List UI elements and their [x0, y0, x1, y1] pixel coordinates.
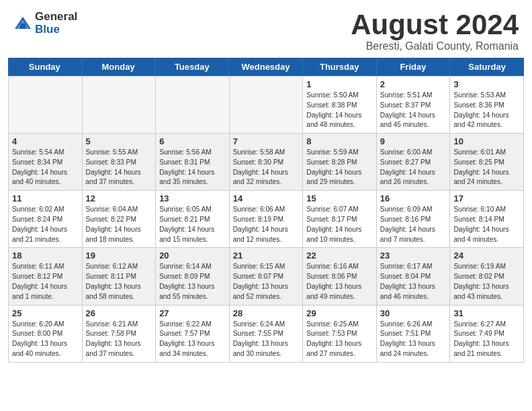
calendar-cell: 5Sunrise: 5:55 AM Sunset: 8:33 PM Daylig…	[83, 134, 157, 191]
day-number: 20	[159, 250, 226, 261]
cell-info: Sunrise: 6:05 AM Sunset: 8:21 PM Dayligh…	[159, 205, 226, 244]
day-number: 24	[453, 250, 520, 261]
day-number: 26	[86, 308, 152, 318]
calendar-cell: 18Sunrise: 6:11 AM Sunset: 8:12 PM Dayli…	[9, 248, 83, 305]
day-header: Saturday	[450, 58, 524, 76]
logo-icon	[13, 14, 32, 33]
cell-info: Sunrise: 6:22 AM Sunset: 7:57 PM Dayligh…	[159, 320, 226, 359]
cell-info: Sunrise: 6:27 AM Sunset: 7:49 PM Dayligh…	[453, 320, 520, 359]
calendar-cell: 17Sunrise: 6:10 AM Sunset: 8:14 PM Dayli…	[450, 191, 524, 248]
cell-info: Sunrise: 5:55 AM Sunset: 8:33 PM Dayligh…	[86, 148, 152, 187]
day-number: 6	[159, 136, 226, 146]
calendar-cell: 29Sunrise: 6:25 AM Sunset: 7:53 PM Dayli…	[303, 306, 377, 363]
day-number: 31	[453, 308, 520, 318]
calendar-cell: 28Sunrise: 6:24 AM Sunset: 7:55 PM Dayli…	[230, 306, 304, 363]
day-number: 29	[306, 308, 373, 318]
cell-info: Sunrise: 6:07 AM Sunset: 8:17 PM Dayligh…	[306, 205, 373, 244]
calendar-cell: 19Sunrise: 6:12 AM Sunset: 8:11 PM Dayli…	[83, 248, 157, 305]
calendar-cell: 7Sunrise: 5:58 AM Sunset: 8:30 PM Daylig…	[230, 134, 304, 191]
calendar-cell: 3Sunrise: 5:53 AM Sunset: 8:36 PM Daylig…	[450, 77, 524, 134]
calendar-cell: 24Sunrise: 6:19 AM Sunset: 8:02 PM Dayli…	[450, 248, 524, 305]
calendar-cell: 14Sunrise: 6:06 AM Sunset: 8:19 PM Dayli…	[230, 191, 304, 248]
cell-info: Sunrise: 6:16 AM Sunset: 8:06 PM Dayligh…	[306, 262, 373, 302]
day-number: 8	[306, 136, 373, 146]
calendar: SundayMondayTuesdayWednesdayThursdayFrid…	[8, 58, 524, 363]
day-number: 1	[306, 79, 373, 89]
day-number: 28	[233, 308, 300, 318]
calendar-cell: 27Sunrise: 6:22 AM Sunset: 7:57 PM Dayli…	[156, 306, 230, 363]
page-header: General Blue August 2024 Beresti, Galati…	[0, 0, 532, 58]
cell-info: Sunrise: 5:53 AM Sunset: 8:36 PM Dayligh…	[453, 91, 520, 130]
calendar-cell: 22Sunrise: 6:16 AM Sunset: 8:06 PM Dayli…	[303, 248, 377, 305]
svg-rect-2	[20, 24, 26, 29]
day-number: 5	[86, 136, 152, 146]
cell-info: Sunrise: 5:56 AM Sunset: 8:31 PM Dayligh…	[159, 148, 226, 187]
day-number: 16	[380, 193, 447, 203]
day-number: 4	[12, 136, 79, 146]
day-header: Thursday	[303, 58, 377, 76]
logo: General Blue	[13, 11, 77, 36]
cell-info: Sunrise: 5:58 AM Sunset: 8:30 PM Dayligh…	[233, 148, 300, 187]
day-number: 12	[86, 193, 152, 203]
day-number: 25	[12, 308, 79, 318]
day-number: 19	[86, 250, 152, 261]
calendar-grid: 1Sunrise: 5:50 AM Sunset: 8:38 PM Daylig…	[8, 76, 524, 363]
cell-info: Sunrise: 6:12 AM Sunset: 8:11 PM Dayligh…	[86, 262, 152, 302]
calendar-cell: 2Sunrise: 5:51 AM Sunset: 8:37 PM Daylig…	[377, 77, 451, 134]
title-section: August 2024 Beresti, Galati County, Roma…	[351, 11, 519, 52]
day-number: 3	[453, 79, 520, 89]
calendar-cell: 20Sunrise: 6:14 AM Sunset: 8:09 PM Dayli…	[156, 248, 230, 305]
calendar-cell: 12Sunrise: 6:04 AM Sunset: 8:22 PM Dayli…	[83, 191, 157, 248]
calendar-cell: 1Sunrise: 5:50 AM Sunset: 8:38 PM Daylig…	[303, 77, 377, 134]
calendar-cell: 10Sunrise: 6:01 AM Sunset: 8:25 PM Dayli…	[450, 134, 524, 191]
cell-info: Sunrise: 6:15 AM Sunset: 8:07 PM Dayligh…	[233, 262, 300, 302]
calendar-cell	[83, 77, 157, 134]
calendar-cell: 21Sunrise: 6:15 AM Sunset: 8:07 PM Dayli…	[230, 248, 304, 305]
day-header: Tuesday	[155, 58, 229, 76]
day-header: Wednesday	[229, 58, 303, 76]
calendar-cell: 26Sunrise: 6:21 AM Sunset: 7:58 PM Dayli…	[83, 306, 157, 363]
calendar-cell: 16Sunrise: 6:09 AM Sunset: 8:16 PM Dayli…	[377, 191, 451, 248]
day-number: 13	[159, 193, 226, 203]
day-number: 7	[233, 136, 300, 146]
day-header: Friday	[377, 58, 451, 76]
calendar-cell: 4Sunrise: 5:54 AM Sunset: 8:34 PM Daylig…	[9, 134, 83, 191]
day-header: Sunday	[8, 58, 82, 76]
cell-info: Sunrise: 6:02 AM Sunset: 8:24 PM Dayligh…	[12, 205, 79, 244]
day-number: 22	[306, 250, 373, 261]
month-title: August 2024	[351, 11, 519, 39]
day-number: 17	[453, 193, 520, 203]
calendar-cell	[156, 77, 230, 134]
day-number: 30	[380, 308, 447, 318]
day-number: 21	[233, 250, 300, 261]
day-headers: SundayMondayTuesdayWednesdayThursdayFrid…	[8, 58, 524, 76]
calendar-cell: 15Sunrise: 6:07 AM Sunset: 8:17 PM Dayli…	[303, 191, 377, 248]
day-number: 27	[159, 308, 226, 318]
cell-info: Sunrise: 6:09 AM Sunset: 8:16 PM Dayligh…	[380, 205, 447, 244]
day-number: 9	[380, 136, 447, 146]
day-number: 14	[233, 193, 300, 203]
cell-info: Sunrise: 5:51 AM Sunset: 8:37 PM Dayligh…	[380, 91, 447, 130]
cell-info: Sunrise: 5:50 AM Sunset: 8:38 PM Dayligh…	[306, 91, 373, 130]
cell-info: Sunrise: 6:24 AM Sunset: 7:55 PM Dayligh…	[233, 320, 300, 359]
cell-info: Sunrise: 6:01 AM Sunset: 8:25 PM Dayligh…	[453, 148, 520, 187]
calendar-cell: 31Sunrise: 6:27 AM Sunset: 7:49 PM Dayli…	[450, 306, 524, 363]
cell-info: Sunrise: 6:06 AM Sunset: 8:19 PM Dayligh…	[233, 205, 300, 244]
calendar-cell: 6Sunrise: 5:56 AM Sunset: 8:31 PM Daylig…	[156, 134, 230, 191]
calendar-cell: 8Sunrise: 5:59 AM Sunset: 8:28 PM Daylig…	[303, 134, 377, 191]
calendar-cell: 11Sunrise: 6:02 AM Sunset: 8:24 PM Dayli…	[9, 191, 83, 248]
logo-blue-text: Blue	[35, 24, 77, 36]
calendar-cell: 13Sunrise: 6:05 AM Sunset: 8:21 PM Dayli…	[156, 191, 230, 248]
day-number: 18	[12, 250, 79, 261]
calendar-cell	[9, 77, 83, 134]
cell-info: Sunrise: 6:04 AM Sunset: 8:22 PM Dayligh…	[86, 205, 152, 244]
logo-general-text: General	[35, 11, 77, 24]
cell-info: Sunrise: 6:26 AM Sunset: 7:51 PM Dayligh…	[380, 320, 447, 359]
day-number: 2	[380, 79, 447, 89]
day-number: 10	[453, 136, 520, 146]
cell-info: Sunrise: 5:54 AM Sunset: 8:34 PM Dayligh…	[12, 148, 79, 187]
cell-info: Sunrise: 6:17 AM Sunset: 8:04 PM Dayligh…	[380, 262, 447, 302]
calendar-cell: 9Sunrise: 6:00 AM Sunset: 8:27 PM Daylig…	[377, 134, 451, 191]
calendar-cell	[230, 77, 304, 134]
day-number: 23	[380, 250, 447, 261]
